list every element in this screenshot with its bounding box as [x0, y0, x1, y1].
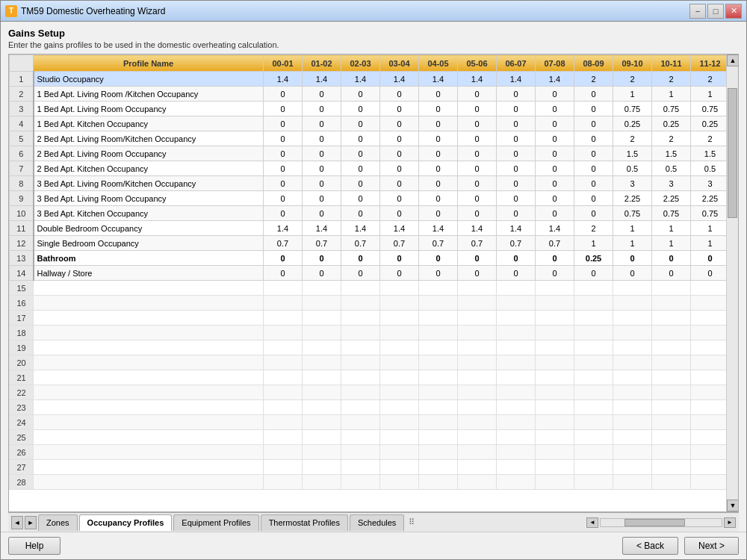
- row-value-cell[interactable]: 0: [419, 87, 458, 102]
- row-value-cell[interactable]: [458, 340, 497, 355]
- table-row[interactable]: 20: [10, 355, 727, 370]
- row-value-cell[interactable]: [574, 326, 613, 340]
- row-value-cell[interactable]: [536, 445, 574, 460]
- table-row[interactable]: 19: [10, 340, 727, 355]
- row-value-cell[interactable]: [458, 445, 497, 460]
- row-value-cell[interactable]: 0.75: [691, 102, 727, 116]
- row-profile-name[interactable]: 3 Bed Apt. Living Room/Kitchen Occupancy: [34, 176, 264, 191]
- row-value-cell[interactable]: [419, 385, 458, 400]
- row-value-cell[interactable]: 0: [497, 176, 536, 191]
- table-row[interactable]: 62 Bed Apt. Living Room Occupancy0000000…: [10, 146, 727, 161]
- row-value-cell[interactable]: [264, 475, 303, 490]
- row-value-cell[interactable]: 1: [652, 87, 691, 102]
- table-row[interactable]: 1Studio Occupancy1.41.41.41.41.41.41.41.…: [10, 72, 727, 87]
- row-value-cell[interactable]: [341, 355, 380, 370]
- row-value-cell[interactable]: 0: [458, 131, 497, 146]
- row-value-cell[interactable]: 1: [613, 221, 652, 236]
- row-value-cell[interactable]: 0: [497, 87, 536, 102]
- row-profile-name[interactable]: 1 Bed Apt. Living Room Occupancy: [34, 102, 264, 116]
- row-value-cell[interactable]: [341, 415, 380, 430]
- row-profile-name[interactable]: 2 Bed Apt. Living Room/Kitchen Occupancy: [34, 131, 264, 146]
- row-value-cell[interactable]: 0: [380, 176, 419, 191]
- row-value-cell[interactable]: 0: [497, 266, 536, 281]
- row-value-cell[interactable]: 0: [380, 116, 419, 131]
- row-profile-name[interactable]: 2 Bed Apt. Living Room Occupancy: [34, 146, 264, 161]
- row-value-cell[interactable]: 0: [264, 131, 303, 146]
- row-value-cell[interactable]: 0: [536, 251, 574, 266]
- table-row[interactable]: 18: [10, 326, 727, 340]
- row-value-cell[interactable]: 0: [380, 131, 419, 146]
- row-value-cell[interactable]: 1.4: [303, 221, 341, 236]
- row-value-cell[interactable]: 0: [458, 251, 497, 266]
- row-value-cell[interactable]: [574, 370, 613, 385]
- row-value-cell[interactable]: 0: [536, 176, 574, 191]
- row-value-cell[interactable]: 0: [341, 206, 380, 221]
- row-profile-name[interactable]: [34, 460, 264, 475]
- row-value-cell[interactable]: [264, 415, 303, 430]
- row-value-cell[interactable]: [691, 445, 727, 460]
- row-value-cell[interactable]: [652, 340, 691, 355]
- row-value-cell[interactable]: [303, 281, 341, 296]
- row-value-cell[interactable]: 0: [303, 102, 341, 116]
- row-value-cell[interactable]: [458, 400, 497, 415]
- row-value-cell[interactable]: 0.7: [341, 236, 380, 251]
- row-value-cell[interactable]: [380, 296, 419, 311]
- row-profile-name[interactable]: 2 Bed Apt. Kitchen Occupancy: [34, 161, 264, 176]
- row-value-cell[interactable]: 0.75: [652, 206, 691, 221]
- row-value-cell[interactable]: 0: [652, 266, 691, 281]
- row-value-cell[interactable]: [303, 445, 341, 460]
- row-value-cell[interactable]: [613, 370, 652, 385]
- row-value-cell[interactable]: [303, 385, 341, 400]
- table-row[interactable]: 17: [10, 311, 727, 326]
- row-value-cell[interactable]: 3: [613, 176, 652, 191]
- row-value-cell[interactable]: 0.7: [264, 236, 303, 251]
- row-value-cell[interactable]: [341, 370, 380, 385]
- row-value-cell[interactable]: [613, 326, 652, 340]
- row-value-cell[interactable]: 0: [613, 266, 652, 281]
- row-value-cell[interactable]: [497, 311, 536, 326]
- row-profile-name[interactable]: [34, 445, 264, 460]
- row-value-cell[interactable]: [419, 355, 458, 370]
- tab-equipment-profiles[interactable]: Equipment Profiles: [173, 514, 258, 531]
- row-value-cell[interactable]: 0: [574, 131, 613, 146]
- row-value-cell[interactable]: [380, 326, 419, 340]
- row-value-cell[interactable]: [303, 326, 341, 340]
- row-value-cell[interactable]: 0: [536, 206, 574, 221]
- row-value-cell[interactable]: 0: [341, 102, 380, 116]
- row-profile-name[interactable]: [34, 326, 264, 340]
- row-value-cell[interactable]: 0: [341, 161, 380, 176]
- back-button[interactable]: < Back: [622, 537, 678, 555]
- row-value-cell[interactable]: 0: [380, 146, 419, 161]
- tab-scroll-right[interactable]: ►: [25, 516, 37, 529]
- row-value-cell[interactable]: 0: [574, 146, 613, 161]
- tab-scroll-left[interactable]: ◄: [11, 516, 23, 529]
- row-value-cell[interactable]: [497, 400, 536, 415]
- row-value-cell[interactable]: 0: [303, 251, 341, 266]
- row-value-cell[interactable]: [264, 311, 303, 326]
- row-value-cell[interactable]: [613, 355, 652, 370]
- row-value-cell[interactable]: [536, 296, 574, 311]
- row-value-cell[interactable]: 0: [536, 266, 574, 281]
- row-value-cell[interactable]: 0: [536, 161, 574, 176]
- row-value-cell[interactable]: [574, 296, 613, 311]
- table-row[interactable]: 93 Bed Apt. Living Room Occupancy0000000…: [10, 191, 727, 206]
- row-value-cell[interactable]: 0: [380, 87, 419, 102]
- row-value-cell[interactable]: [652, 326, 691, 340]
- row-value-cell[interactable]: 1.4: [264, 72, 303, 87]
- row-value-cell[interactable]: [303, 415, 341, 430]
- row-value-cell[interactable]: [497, 445, 536, 460]
- row-value-cell[interactable]: 0: [497, 116, 536, 131]
- row-value-cell[interactable]: [303, 355, 341, 370]
- row-value-cell[interactable]: 0: [303, 176, 341, 191]
- row-value-cell[interactable]: 0.25: [691, 116, 727, 131]
- table-row[interactable]: 83 Bed Apt. Living Room/Kitchen Occupanc…: [10, 176, 727, 191]
- row-value-cell[interactable]: [458, 385, 497, 400]
- row-value-cell[interactable]: 0: [574, 87, 613, 102]
- row-value-cell[interactable]: 0: [691, 266, 727, 281]
- row-profile-name[interactable]: Studio Occupancy: [34, 72, 264, 87]
- row-value-cell[interactable]: [264, 460, 303, 475]
- row-value-cell[interactable]: 0: [303, 116, 341, 131]
- row-value-cell[interactable]: 1.5: [652, 146, 691, 161]
- row-value-cell[interactable]: [613, 460, 652, 475]
- row-value-cell[interactable]: [458, 460, 497, 475]
